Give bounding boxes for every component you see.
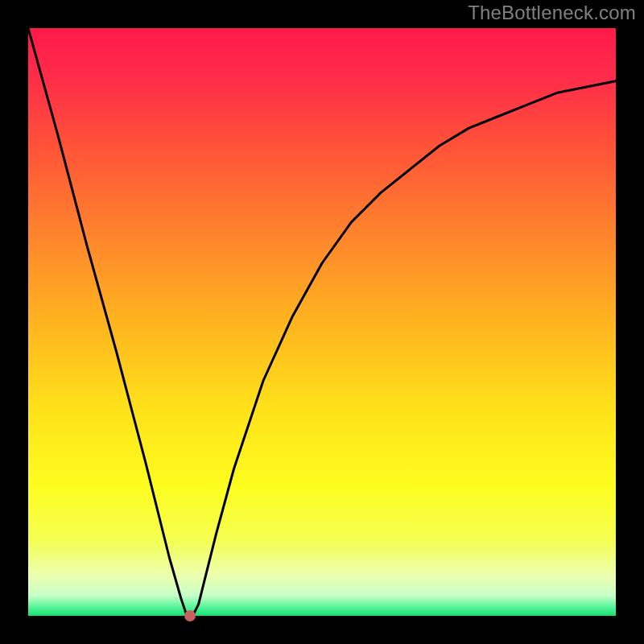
plot-area: [28, 28, 616, 616]
watermark-text: TheBottleneck.com: [468, 2, 636, 24]
bottleneck-curve: [28, 28, 616, 616]
chart-frame: TheBottleneck.com: [0, 0, 644, 644]
optimum-marker: [184, 610, 196, 621]
